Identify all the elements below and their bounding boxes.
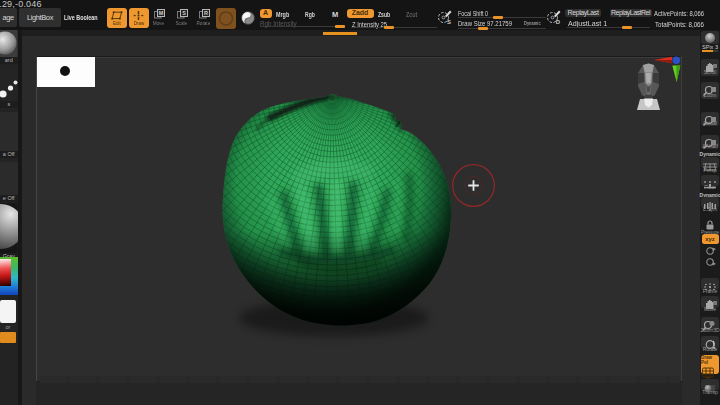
svg-text:D: D (556, 19, 561, 25)
svg-text:R: R (204, 10, 208, 16)
svg-text:S: S (447, 19, 451, 25)
svg-text:S: S (182, 10, 186, 16)
svg-text:M: M (159, 10, 164, 16)
